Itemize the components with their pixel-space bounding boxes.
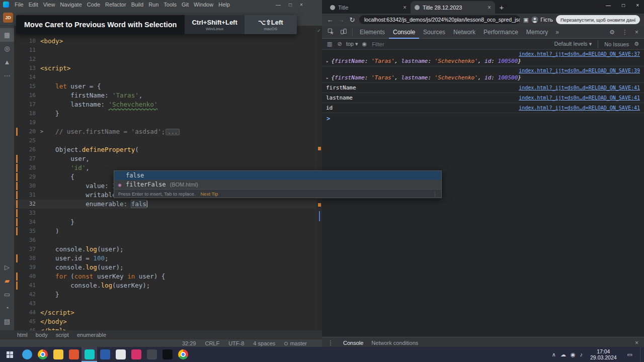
- restart-to-update-button[interactable]: Перезапустити, щоб оновити дані: [556, 15, 640, 24]
- browser-tab[interactable]: Title 28.12.2023×: [411, 1, 495, 14]
- profile-button[interactable]: Гість: [531, 16, 553, 23]
- gutter[interactable]: 17: [14, 100, 40, 109]
- gutter[interactable]: 19: [14, 118, 40, 127]
- gutter[interactable]: 41: [14, 281, 40, 290]
- tray-volume-icon[interactable]: ♪: [580, 351, 583, 358]
- caret-position[interactable]: 32:29: [182, 340, 196, 346]
- devtools-settings-icon[interactable]: ⚙: [607, 29, 617, 36]
- devtools-tab-performance[interactable]: Performance: [479, 26, 522, 39]
- popup-menu-icon[interactable]: ⋮: [433, 191, 438, 197]
- issues-counter[interactable]: No Issues: [604, 41, 629, 47]
- gutter[interactable]: 44: [14, 308, 40, 317]
- gutter[interactable]: 27: [14, 154, 40, 163]
- editor-line[interactable]: 44</script>: [14, 308, 322, 317]
- project-icon[interactable]: ▦: [0, 28, 14, 42]
- taskbar-webstorm-icon[interactable]: [82, 347, 97, 362]
- gutter[interactable]: 35: [14, 227, 40, 236]
- project-badge[interactable]: JD: [3, 13, 13, 23]
- gutter[interactable]: 26: [14, 145, 40, 154]
- gutter[interactable]: 16: [14, 91, 40, 100]
- editor-line[interactable]: 38 user.id = 100;: [14, 254, 322, 263]
- close-button[interactable]: ×: [300, 2, 303, 8]
- menu-item-tools[interactable]: Tools: [161, 1, 179, 9]
- more-tools-icon[interactable]: ⋯: [0, 69, 14, 82]
- gutter[interactable]: 12: [14, 55, 40, 64]
- folded-region[interactable]: ...: [166, 129, 180, 135]
- devtools-tab-memory[interactable]: Memory: [522, 26, 552, 39]
- console-entry[interactable]: idindex.html?_ijt=ds0n…d=RELOAD_ON_SAVE:…: [322, 103, 644, 113]
- start-button[interactable]: [0, 347, 19, 362]
- gutter[interactable]: 43: [14, 299, 40, 308]
- completion-item[interactable]: false: [114, 171, 441, 180]
- gutter[interactable]: 33: [14, 209, 40, 218]
- more-tabs-icon[interactable]: »: [553, 29, 561, 36]
- menu-item-build[interactable]: Build: [129, 1, 146, 9]
- log-levels-selector[interactable]: Default levels ▾: [554, 41, 592, 47]
- editor-line[interactable]: 20> // user.firstName = 'asdsad';...: [14, 127, 322, 136]
- fold-arrow-icon[interactable]: >: [40, 127, 43, 136]
- console-sidebar-icon[interactable]: ▥: [326, 41, 333, 47]
- gutter[interactable]: 13: [14, 64, 40, 73]
- editor-line[interactable]: 16 firstName: 'Taras',: [14, 91, 322, 100]
- gutter[interactable]: 34: [14, 218, 40, 227]
- menu-item-code[interactable]: Code: [85, 1, 103, 9]
- source-link[interactable]: index.html?_ijt=ds0n…d=RELOAD_ON_SAVE:41: [519, 95, 640, 101]
- close-button[interactable]: ×: [636, 3, 639, 8]
- source-link[interactable]: index.html?_ijt=ds0n…d=RELOAD_ON_SAVE:39: [519, 68, 640, 73]
- minimize-button[interactable]: —: [276, 2, 281, 8]
- gutter[interactable]: 39: [14, 263, 40, 272]
- inspect-element-icon[interactable]: [325, 28, 337, 36]
- breadcrumb-item[interactable]: body: [36, 332, 48, 338]
- devtools-tab-elements[interactable]: Elements: [356, 26, 389, 39]
- gutter[interactable]: 31: [14, 191, 40, 200]
- editor-line[interactable]: 35 ): [14, 227, 322, 236]
- back-button[interactable]: ←: [326, 16, 334, 24]
- editor-line[interactable]: 43: [14, 299, 322, 308]
- console-entry[interactable]: lastnameindex.html?_ijt=ds0n…d=RELOAD_ON…: [322, 93, 644, 103]
- devtools-tab-console[interactable]: Console: [389, 26, 419, 39]
- console-settings-icon[interactable]: ⚙: [633, 41, 640, 47]
- devtools-menu-icon[interactable]: ⋮: [619, 29, 630, 36]
- action-center-icon[interactable]: ▭: [624, 351, 635, 358]
- gutter[interactable]: 11: [14, 46, 40, 55]
- reload-button[interactable]: ↻: [348, 16, 356, 24]
- menu-item-git[interactable]: Git: [179, 1, 191, 9]
- problems-icon[interactable]: ◔: [0, 301, 14, 315]
- editor-line[interactable]: 33: [14, 209, 322, 218]
- file-encoding[interactable]: UTF-8: [228, 340, 244, 346]
- run-icon[interactable]: ▷: [0, 260, 14, 274]
- taskbar-clock[interactable]: 17:04 29.03.2024: [587, 348, 620, 360]
- forward-button[interactable]: →: [337, 16, 345, 24]
- console-entry[interactable]: index.html?_ijt=ds0n…d=RELOAD_ON_SAVE:39…: [322, 66, 644, 83]
- gutter[interactable]: 38: [14, 254, 40, 263]
- menu-item-window[interactable]: Window: [191, 1, 216, 9]
- editor-line[interactable]: 10<body>: [14, 37, 322, 46]
- editor-line[interactable]: 17 lastname: 'Schevchenko': [14, 100, 322, 109]
- tray-status-icon[interactable]: ◉: [571, 351, 576, 358]
- gutter[interactable]: 37: [14, 245, 40, 254]
- editor-line[interactable]: 32 enumerable: fals: [14, 200, 322, 209]
- menu-item-refactor[interactable]: Refactor: [103, 1, 129, 9]
- device-toolbar-icon[interactable]: [338, 28, 349, 36]
- editor-line[interactable]: 26 Object.defineProperty(: [14, 145, 322, 154]
- gutter[interactable]: 42: [14, 290, 40, 299]
- devtools-close-icon[interactable]: ×: [632, 29, 641, 36]
- tab-close-icon[interactable]: ×: [403, 4, 407, 11]
- editor-line[interactable]: 15 let user = {: [14, 82, 322, 91]
- console-entry[interactable]: index.html?_ijt=ds0n…d=RELOAD_ON_SAVE:37…: [322, 50, 644, 66]
- taskbar-mail-icon[interactable]: [66, 347, 82, 362]
- editor-line[interactable]: 25: [14, 136, 322, 145]
- gutter[interactable]: 18: [14, 109, 40, 118]
- editor-line[interactable]: 45</body>: [14, 317, 322, 326]
- console-entry[interactable]: firstNameindex.html?_ijt=ds0n…d=RELOAD_O…: [322, 83, 644, 93]
- clear-console-icon[interactable]: ⊘: [336, 41, 343, 47]
- breadcrumb-item[interactable]: script: [56, 332, 69, 338]
- drawer-menu-icon[interactable]: ⋮: [325, 339, 336, 346]
- commit-icon[interactable]: ◎: [0, 42, 14, 55]
- editor-line[interactable]: 27 user,: [14, 154, 322, 163]
- drawer-close-icon[interactable]: ×: [632, 339, 641, 346]
- pull-requests-icon[interactable]: ▲: [0, 55, 14, 69]
- taskbar-chrome-icon[interactable]: [35, 347, 50, 362]
- browser-tab[interactable]: Title×: [326, 1, 411, 14]
- editor-line[interactable]: 18 }: [14, 109, 322, 118]
